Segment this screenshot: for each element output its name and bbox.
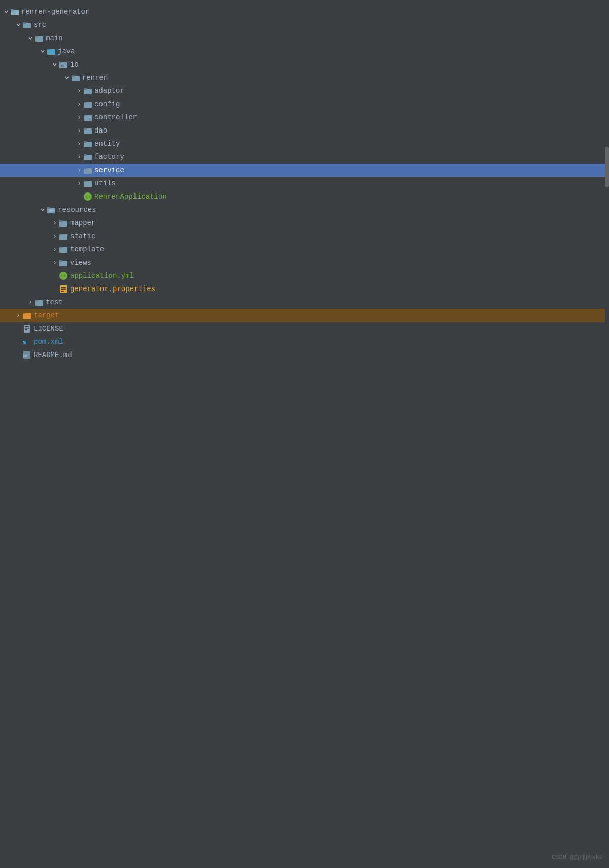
spring-yml-icon <box>59 271 68 280</box>
label-dao: dao <box>94 126 107 135</box>
label-static: static <box>70 232 95 240</box>
tree-row-template[interactable]: template <box>0 243 609 256</box>
tree-row-service[interactable]: service <box>0 164 609 177</box>
label-pom-xml: pom.xml <box>33 338 63 346</box>
svg-rect-54 <box>23 313 26 314</box>
tree-row-controller[interactable]: controller <box>0 111 609 124</box>
tree-row-mapper[interactable]: mapper <box>0 216 609 230</box>
svg-rect-17 <box>84 102 87 103</box>
chevron-right-icon <box>51 245 59 253</box>
folder-test-icon <box>35 298 44 307</box>
svg-rect-2 <box>11 9 14 11</box>
chevron-down-icon <box>39 47 47 55</box>
tree-row-renren-generator[interactable]: renren-generator <box>0 5 609 18</box>
tree-row-static[interactable]: static <box>0 230 609 243</box>
chevron-right-icon <box>75 140 83 148</box>
label-service: service <box>94 166 124 174</box>
tree-row-readme-md[interactable]: MD README.md <box>0 348 609 362</box>
tree-row-pom-xml[interactable]: m pom.xml <box>0 335 609 348</box>
chevron-down-icon <box>2 8 10 16</box>
root-folder-icon <box>10 7 19 16</box>
folder-java-icon <box>47 47 56 56</box>
chevron-right-icon <box>75 113 83 121</box>
folder-dao-icon <box>83 126 92 135</box>
svg-rect-6 <box>35 36 38 37</box>
tree-row-test[interactable]: test <box>0 296 609 309</box>
svg-rect-21 <box>84 128 87 130</box>
svg-rect-25 <box>84 154 87 156</box>
chevron-right-icon <box>26 298 35 306</box>
tree-row-renren[interactable]: renren <box>0 71 609 84</box>
chevron-right-icon <box>75 100 83 108</box>
tree-row-utils[interactable]: utils <box>0 177 609 190</box>
chevron-down-icon <box>63 74 71 82</box>
svg-rect-10 <box>59 62 62 63</box>
label-license: LICENSE <box>33 325 63 333</box>
label-adaptor: adaptor <box>94 87 124 95</box>
chevron-down-icon <box>39 206 47 214</box>
license-file-icon <box>22 324 31 333</box>
tree-row-adaptor[interactable]: adaptor <box>0 84 609 98</box>
scrollbar[interactable] <box>605 0 609 367</box>
tree-row-license[interactable]: LICENSE <box>0 322 609 335</box>
label-java: java <box>58 47 75 55</box>
chevron-right-icon <box>51 259 59 267</box>
scrollbar-thumb[interactable] <box>605 147 609 187</box>
tree-row-renren-application[interactable]: RenrenApplication <box>0 190 609 203</box>
svg-point-46 <box>62 275 65 277</box>
chevron-right-icon <box>75 87 83 95</box>
folder-static-icon <box>59 232 68 241</box>
svg-rect-38 <box>59 220 62 222</box>
tree-row-src[interactable]: src <box>0 18 609 31</box>
svg-rect-29 <box>84 181 87 182</box>
tree-row-views[interactable]: views <box>0 256 609 269</box>
svg-rect-55 <box>24 325 30 333</box>
svg-rect-40 <box>59 234 62 235</box>
tree-row-generator-properties[interactable]: generator.properties <box>0 282 609 296</box>
tree-row-main[interactable]: main <box>0 31 609 45</box>
folder-mapper-icon <box>59 218 68 228</box>
tree-row-target[interactable]: target <box>0 309 609 322</box>
readme-file-icon: MD <box>22 350 31 360</box>
chevron-right-icon <box>75 166 83 174</box>
label-readme-md: README.md <box>33 351 72 359</box>
folder-resources-icon <box>47 205 56 214</box>
props-file-icon <box>59 284 68 294</box>
tree-row-factory[interactable]: factory <box>0 150 609 164</box>
svg-rect-50 <box>61 291 64 292</box>
folder-config-icon <box>83 100 92 109</box>
chevron-right-icon <box>75 153 83 161</box>
tree-row-io[interactable]: io io <box>0 58 609 71</box>
svg-rect-27 <box>84 168 87 169</box>
svg-rect-33 <box>47 207 50 209</box>
folder-src-icon <box>22 20 31 29</box>
svg-rect-48 <box>61 287 66 288</box>
chevron-right-icon <box>75 179 83 187</box>
tree-row-resources[interactable]: resources <box>0 203 609 216</box>
folder-utils-icon <box>83 179 92 188</box>
label-generator-properties: generator.properties <box>70 285 155 293</box>
chevron-right-icon <box>51 219 59 227</box>
label-views: views <box>70 259 91 267</box>
svg-rect-49 <box>61 289 66 290</box>
svg-rect-52 <box>35 300 38 301</box>
label-factory: factory <box>94 153 124 161</box>
label-renren-application: RenrenApplication <box>94 192 167 201</box>
label-mapper: mapper <box>70 219 95 227</box>
tree-row-java[interactable]: java <box>0 45 609 58</box>
chevron-right-icon <box>14 311 22 319</box>
svg-rect-8 <box>47 49 50 50</box>
tree-row-dao[interactable]: dao <box>0 124 609 137</box>
label-entity: entity <box>94 140 120 148</box>
tree-row-config[interactable]: config <box>0 98 609 111</box>
label-resources: resources <box>58 206 96 214</box>
label-template: template <box>70 245 104 253</box>
svg-rect-13 <box>72 75 75 77</box>
tree-row-application-yml[interactable]: application.yml <box>0 269 609 282</box>
chevron-down-icon <box>26 34 35 42</box>
label-application-yml: application.yml <box>70 272 134 280</box>
tree-row-entity[interactable]: entity <box>0 137 609 150</box>
label-renren-generator: renren-generator <box>21 8 89 16</box>
svg-rect-4 <box>23 22 26 24</box>
label-renren: renren <box>82 74 108 82</box>
